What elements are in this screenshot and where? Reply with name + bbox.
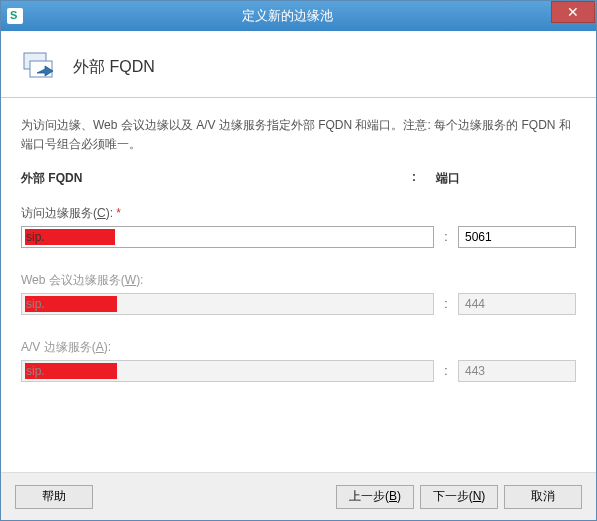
webconf-edge-label: Web 会议边缘服务(W):: [21, 272, 576, 289]
app-icon: [7, 8, 23, 24]
av-edge-fqdn-input: sip.: [21, 360, 434, 382]
webconf-edge-fqdn-input: sip.: [21, 293, 434, 315]
webconf-edge-port-input: [458, 293, 576, 315]
page-title: 外部 FQDN: [73, 57, 155, 78]
separator-colon: :: [434, 297, 458, 311]
access-edge-port-input[interactable]: [458, 226, 576, 248]
av-edge-port-input: [458, 360, 576, 382]
wizard-window: 定义新的边缘池 ✕ 外部 FQDN 为访问边缘、Web 会议边缘以及 A/V 边…: [0, 0, 597, 521]
wizard-step-icon: [21, 47, 61, 87]
av-edge-group: A/V 边缘服务(A): sip. :: [21, 339, 576, 382]
wizard-body: 为访问边缘、Web 会议边缘以及 A/V 边缘服务指定外部 FQDN 和端口。注…: [1, 98, 596, 472]
column-headers: 外部 FQDN : 端口: [21, 170, 576, 187]
next-button[interactable]: 下一步(N): [420, 485, 498, 509]
column-fqdn-header: 外部 FQDN: [21, 170, 412, 187]
back-button[interactable]: 上一步(B): [336, 485, 414, 509]
titlebar: 定义新的边缘池 ✕: [1, 1, 596, 31]
webconf-edge-group: Web 会议边缘服务(W): sip. :: [21, 272, 576, 315]
page-header: 外部 FQDN: [1, 31, 596, 98]
close-button[interactable]: ✕: [551, 1, 595, 23]
column-port-header: 端口: [436, 170, 576, 187]
separator-colon: :: [434, 364, 458, 378]
access-edge-fqdn-input[interactable]: sip.: [21, 226, 434, 248]
help-button[interactable]: 帮助: [15, 485, 93, 509]
window-title: 定义新的边缘池: [23, 7, 551, 25]
separator-colon: :: [434, 230, 458, 244]
description-text: 为访问边缘、Web 会议边缘以及 A/V 边缘服务指定外部 FQDN 和端口。注…: [21, 116, 576, 154]
cancel-button[interactable]: 取消: [504, 485, 582, 509]
wizard-footer: 帮助 上一步(B) 下一步(N) 取消: [1, 472, 596, 520]
access-edge-label: 访问边缘服务(C): *: [21, 205, 576, 222]
column-colon: :: [412, 170, 436, 187]
av-edge-label: A/V 边缘服务(A):: [21, 339, 576, 356]
access-edge-group: 访问边缘服务(C): * sip. :: [21, 205, 576, 248]
